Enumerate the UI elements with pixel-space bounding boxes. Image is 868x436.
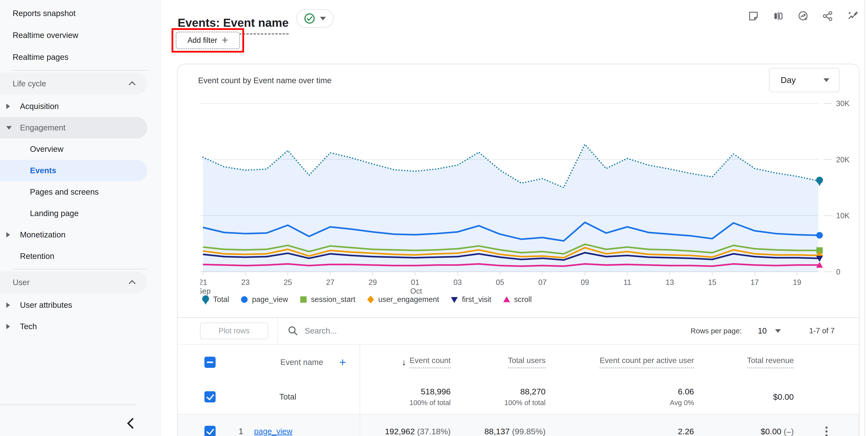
sidebar-item-label: Monetization <box>20 230 65 240</box>
pin-icon <box>201 294 210 305</box>
plot-rows-button[interactable]: Plot rows <box>200 323 268 339</box>
sidebar-item-label: Reports snapshot <box>13 9 76 18</box>
section-label: Life cycle <box>13 79 46 88</box>
event-name-link[interactable]: page_view <box>254 427 292 436</box>
svg-text:09: 09 <box>581 278 589 287</box>
add-filter-button[interactable]: Add filter + <box>176 32 240 49</box>
svg-text:29: 29 <box>368 278 377 287</box>
legend-label: Total <box>213 295 229 304</box>
metric-value: 2.26 <box>678 427 694 436</box>
svg-text:11: 11 <box>623 278 631 287</box>
square-marker <box>300 297 307 303</box>
compare-icon[interactable] <box>772 10 784 22</box>
table-column-divider <box>360 344 360 436</box>
sidebar-item-events[interactable]: Events <box>0 160 147 181</box>
row-checkbox[interactable] <box>205 426 216 436</box>
sidebar-item-overview[interactable]: Overview <box>0 138 161 160</box>
sidebar-item-label: Acquisition <box>20 102 59 111</box>
dimension-column-header[interactable]: Event name <box>280 357 323 367</box>
triangle-down-marker <box>451 297 458 303</box>
insights-sparkle-icon[interactable] <box>847 10 859 22</box>
chart-legend: Totalpage_viewsession_startuser_engageme… <box>201 294 532 305</box>
svg-text:13: 13 <box>665 278 674 287</box>
metric-value: 88,137 (99.85%) <box>485 427 546 436</box>
sidebar-item-acquisition[interactable]: Acquisition <box>0 96 161 117</box>
svg-text:27: 27 <box>326 278 334 287</box>
legend-label: scroll <box>514 295 532 304</box>
legend-item-total[interactable]: Total <box>201 294 229 305</box>
sidebar-item-realtime-pages[interactable]: Realtime pages <box>0 46 161 68</box>
table-search[interactable]: Search... <box>288 318 337 344</box>
granularity-select[interactable]: Day <box>769 68 840 92</box>
select-all-checkbox[interactable] <box>205 357 216 368</box>
report-card: Event count by Event name over time Day … <box>177 64 860 436</box>
search-placeholder: Search... <box>305 326 337 336</box>
add-dimension-button[interactable]: + <box>339 355 346 369</box>
svg-text:25: 25 <box>284 278 292 287</box>
svg-text:30K: 30K <box>836 99 849 108</box>
scrollbar[interactable] <box>865 0 865 436</box>
arrow-collapsed-icon <box>6 303 10 308</box>
total-metric-cell: $0.00 <box>773 392 794 402</box>
note-icon[interactable] <box>748 10 759 22</box>
sidebar-item-landing-page[interactable]: Landing page <box>0 203 161 224</box>
column-header-label: Total revenue <box>747 356 794 368</box>
table-row[interactable]: 1page_view192,962 (37.18%)88,137 (99.85%… <box>178 414 859 436</box>
sidebar-item-retention[interactable]: Retention <box>0 246 161 267</box>
sidebar-item-label: Realtime pages <box>13 53 68 62</box>
row-checkbox[interactable] <box>205 391 216 402</box>
rows-per-page-value[interactable]: 10 <box>758 326 767 336</box>
sidebar-item-user[interactable]: User <box>0 271 147 293</box>
rows-per-page-label: Rows per page: <box>691 327 742 335</box>
svg-text:07: 07 <box>538 278 547 287</box>
sidebar-item-pages-and-screens[interactable]: Pages and screens <box>0 181 161 203</box>
table-total-row: Total518,996100% of total88,270100% of t… <box>178 380 859 414</box>
sidebar-nav: Reports snapshotRealtime overviewRealtim… <box>0 2 161 337</box>
sidebar-item-user-attributes[interactable]: User attributes <box>0 294 161 316</box>
column-header-label: Event count per active user <box>599 356 694 368</box>
diamond-icon <box>366 294 375 305</box>
sidebar-item-tech[interactable]: Tech <box>0 316 161 337</box>
collapse-sidebar-button[interactable] <box>122 412 144 434</box>
legend-item-user-engagement[interactable]: user_engagement <box>366 294 439 305</box>
column-header-total-revenue[interactable]: Total revenue <box>747 356 794 368</box>
sidebar-item-life-cycle[interactable]: Life cycle <box>0 72 147 95</box>
report-status-badge[interactable] <box>296 9 334 28</box>
chevron-up-icon <box>129 81 135 88</box>
sidebar-item-engagement[interactable]: Engagement <box>0 117 147 138</box>
sidebar-divider <box>0 404 136 405</box>
insights-gauge-icon[interactable] <box>797 10 809 22</box>
row-menu-kebab-icon[interactable] <box>826 427 828 436</box>
legend-item-first-visit[interactable]: first_visit <box>450 294 491 305</box>
svg-text:0: 0 <box>836 268 840 276</box>
column-header-event-count[interactable]: ↓Event count <box>402 356 451 368</box>
chevron-down-icon <box>320 17 326 21</box>
legend-item-session-start[interactable]: session_start <box>299 294 355 305</box>
column-header-total-users[interactable]: Total users <box>508 356 546 368</box>
legend-label: first_visit <box>462 295 491 304</box>
triangle-up-marker <box>503 297 510 302</box>
triangle-down-icon <box>450 294 459 305</box>
legend-item-page-view[interactable]: page_view <box>240 294 288 305</box>
column-header-event-count-per-active-user[interactable]: Event count per active user <box>599 356 694 368</box>
chevron-down-icon[interactable] <box>775 329 781 333</box>
sidebar-item-label: Overview <box>30 145 63 154</box>
add-filter-label: Add filter <box>187 36 217 45</box>
sidebar-item-monetization[interactable]: Monetization <box>0 224 161 246</box>
sidebar-item-label: Retention <box>20 252 54 261</box>
sidebar-item-realtime-overview[interactable]: Realtime overview <box>0 24 161 46</box>
svg-text:15: 15 <box>708 278 716 287</box>
ga4-events-report: Reports snapshotRealtime overviewRealtim… <box>0 0 868 436</box>
column-header-label: Total users <box>508 356 546 368</box>
svg-text:03: 03 <box>453 278 462 287</box>
column-header-label: Event count <box>409 356 451 368</box>
share-icon[interactable] <box>822 10 834 22</box>
chevron-left-icon <box>127 418 138 429</box>
sidebar-item-label: User attributes <box>20 301 72 310</box>
sidebar-item-reports-snapshot[interactable]: Reports snapshot <box>0 2 161 24</box>
events-line-chart[interactable]: 30K20K10K021Sep2325272901Oct030507091113… <box>200 97 862 296</box>
legend-item-scroll[interactable]: scroll <box>502 294 532 305</box>
total-metric-cell: 518,996100% of total <box>409 387 451 407</box>
triangle-up-icon <box>502 294 511 305</box>
pagination-range: 1-7 of 7 <box>809 326 835 335</box>
